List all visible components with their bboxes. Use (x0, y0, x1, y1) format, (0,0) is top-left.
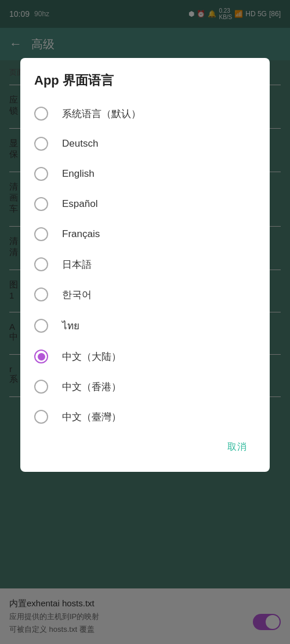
radio-label-francais: Français (62, 228, 100, 240)
radio-circle-japanese (34, 257, 48, 271)
radio-label-zh-hk: 中文（香港） (62, 380, 121, 394)
language-option-deutsch[interactable]: Deutsch (25, 129, 265, 159)
language-option-francais[interactable]: Français (25, 219, 265, 249)
radio-circle-francais (34, 227, 48, 241)
language-option-zh-hk[interactable]: 中文（香港） (25, 372, 265, 402)
cancel-button[interactable]: 取消 (218, 436, 256, 458)
radio-circle-zh-hk (34, 380, 48, 394)
radio-label-thai: ไทย (62, 318, 79, 333)
radio-label-zh-cn: 中文（大陆） (62, 350, 121, 363)
language-option-espanol[interactable]: Español (25, 189, 265, 219)
dialog-actions: 取消 (20, 432, 270, 467)
radio-circle-system (34, 107, 48, 121)
language-option-english[interactable]: English (25, 159, 265, 189)
radio-label-deutsch: Deutsch (62, 138, 98, 150)
language-list: 系统语言（默认）DeutschEnglishEspañolFrançais日本語… (20, 99, 270, 432)
radio-circle-zh-tw (34, 410, 48, 424)
language-option-thai[interactable]: ไทย (25, 310, 265, 341)
radio-label-korean: 한국어 (62, 288, 92, 301)
radio-circle-thai (34, 319, 48, 333)
dialog-title: App 界面语言 (20, 72, 270, 99)
dialog-overlay: App 界面语言 系统语言（默认）DeutschEnglishEspañolFr… (0, 0, 290, 644)
radio-circle-zh-cn (34, 350, 48, 363)
radio-label-japanese: 日本語 (62, 258, 92, 271)
language-dialog: App 界面语言 系统语言（默认）DeutschEnglishEspañolFr… (20, 58, 270, 472)
language-option-system[interactable]: 系统语言（默认） (25, 99, 265, 129)
language-option-korean[interactable]: 한국어 (25, 279, 265, 310)
language-option-zh-tw[interactable]: 中文（臺灣） (25, 402, 265, 432)
radio-circle-espanol (34, 197, 48, 211)
radio-label-espanol: Español (62, 198, 97, 210)
radio-label-zh-tw: 中文（臺灣） (62, 410, 121, 424)
radio-label-system: 系统语言（默认） (62, 107, 141, 121)
language-option-zh-cn[interactable]: 中文（大陆） (25, 341, 265, 372)
radio-circle-deutsch (34, 137, 48, 151)
radio-label-english: English (62, 168, 95, 180)
language-option-japanese[interactable]: 日本語 (25, 249, 265, 279)
radio-circle-korean (34, 288, 48, 301)
radio-circle-english (34, 167, 48, 181)
